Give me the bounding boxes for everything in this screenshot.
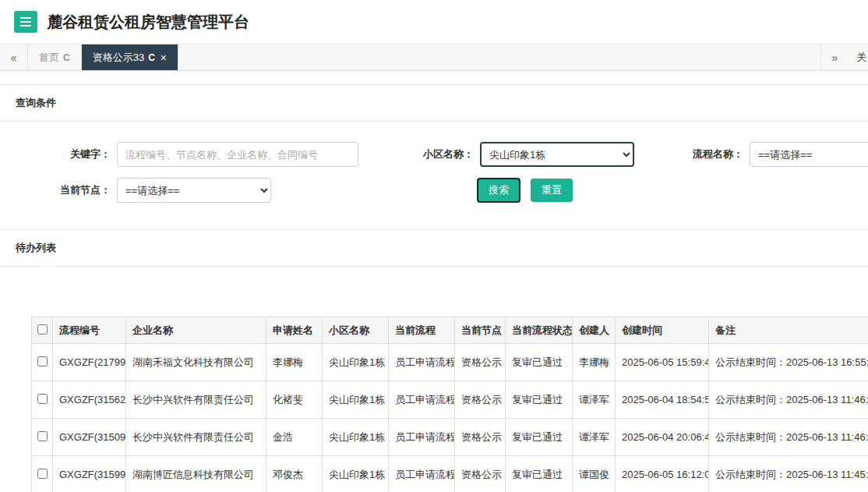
table-row: GXGZF(31509) 长沙中兴软件有限责任公司 金浩 尖山印象1栋 员工申请…: [32, 419, 868, 456]
cell-community: 尖山印象1栋: [323, 344, 389, 381]
refresh-icon[interactable]: C: [63, 52, 70, 63]
cell-flow: 员工申请流程: [389, 419, 455, 456]
cell-created: 2025-06-04 18:54:51: [616, 381, 709, 419]
cell-company: 长沙中兴软件有限责任公司: [126, 419, 266, 456]
cell-company: 长沙中兴软件有限责任公司: [126, 381, 266, 419]
todo-table-wrap: 流程编号 企业名称 申请姓名 小区名称 当前流程 当前节点 当前流程状态 创建人…: [31, 317, 868, 492]
cell-status: 复审已通过: [506, 456, 573, 492]
search-button[interactable]: 搜索: [477, 178, 520, 203]
tab-home-label: 首页: [39, 51, 59, 65]
row-checkbox[interactable]: [37, 469, 48, 479]
cell-applicant: 金浩: [266, 419, 323, 456]
col-header-company: 企业名称: [126, 317, 266, 344]
col-header-remark: 备注: [709, 317, 868, 344]
cell-node: 资格公示: [455, 344, 506, 381]
row-checkbox[interactable]: [37, 431, 48, 441]
cell-process-no: GXGZF(31599): [53, 456, 126, 492]
cell-node: 资格公示: [455, 456, 506, 492]
cell-applicant: 李娜梅: [266, 344, 323, 381]
cell-community: 尖山印象1栋: [323, 381, 389, 419]
cell-remark: 公示结束时间：2025-06-13 11:46:18: [709, 381, 868, 419]
hamburger-menu-icon[interactable]: [14, 11, 37, 33]
query-form: 关键字： 小区名称： 尖山印象1栋 流程名称： ==请选择== 当前节点： ==…: [0, 122, 868, 225]
col-header-creator: 创建人: [573, 317, 616, 344]
node-label: 当前节点：: [33, 183, 111, 197]
tab-home[interactable]: 首页 C: [28, 44, 82, 70]
table-row: GXGZF(21799) 湖南禾福文化科技有限公司 李娜梅 尖山印象1栋 员工申…: [32, 344, 868, 381]
app-header: 麓谷租赁公租房智慧管理平台: [0, 0, 868, 44]
query-panel: 查询条件 关键字： 小区名称： 尖山印象1栋 流程名称： ==请选择== 当前节…: [0, 84, 868, 225]
cell-created: 2025-06-05 16:12:02: [616, 456, 709, 492]
tab-spacer: [178, 44, 820, 70]
page-title: 麓谷租赁公租房智慧管理平台: [47, 12, 249, 33]
cell-status: 复审已通过: [506, 381, 573, 419]
cell-node: 资格公示: [455, 419, 506, 456]
table-header-row: 流程编号 企业名称 申请姓名 小区名称 当前流程 当前节点 当前流程状态 创建人…: [32, 317, 868, 344]
cell-created: 2025-06-05 15:59:40: [616, 344, 709, 381]
cell-creator: 谭泽军: [573, 419, 616, 456]
refresh-icon[interactable]: C: [148, 52, 155, 63]
query-form-row-1: 关键字： 小区名称： 尖山印象1栋 流程名称： ==请选择==: [0, 142, 868, 167]
tabs-scroll-right-icon[interactable]: »: [820, 44, 849, 70]
cell-flow: 员工申请流程: [389, 456, 455, 492]
query-form-row-2: 当前节点： ==请选择== 搜索 重置: [0, 178, 868, 203]
col-header-created: 创建时间: [616, 317, 709, 344]
col-header-node: 当前节点: [455, 317, 506, 344]
cell-process-no: GXGZF(21799): [53, 344, 126, 381]
cell-creator: 李娜梅: [573, 344, 616, 381]
cell-company: 湖南博匠信息科技有限公司: [126, 456, 266, 492]
tab-bar: « 首页 C 资格公示33 C × » 关: [0, 44, 868, 71]
query-section-title: 查询条件: [0, 84, 868, 122]
cell-community: 尖山印象1栋: [323, 419, 389, 456]
todo-table: 流程编号 企业名称 申请姓名 小区名称 当前流程 当前节点 当前流程状态 创建人…: [31, 317, 868, 492]
table-row: GXGZF(31562) 长沙中兴软件有限责任公司 化褚斐 尖山印象1栋 员工申…: [32, 381, 868, 419]
cell-process-no: GXGZF(31562): [53, 381, 126, 419]
cell-node: 资格公示: [455, 381, 506, 419]
cell-company: 湖南禾福文化科技有限公司: [126, 344, 266, 381]
todo-panel: 待办列表 流程编号 企业名称 申请姓名 小区名称 当前流程 当前节点 当前流程状…: [0, 229, 868, 492]
cell-created: 2025-06-04 20:06:41: [616, 419, 709, 456]
col-header-process-no: 流程编号: [53, 317, 126, 344]
row-checkbox[interactable]: [37, 394, 48, 404]
cell-process-no: GXGZF(31509): [53, 419, 126, 456]
cell-status: 复审已通过: [506, 419, 573, 456]
query-actions: 搜索 重置: [477, 178, 573, 203]
tab-qualification-publicity[interactable]: 资格公示33 C ×: [82, 44, 178, 70]
cell-remark: 公示结束时间：2025-06-13 16:55:02: [709, 344, 868, 381]
node-select[interactable]: ==请选择==: [117, 178, 271, 203]
process-label: 流程名称：: [634, 147, 743, 161]
cell-flow: 员工申请流程: [389, 381, 455, 419]
tabs-scroll-left-icon[interactable]: «: [0, 44, 28, 70]
col-header-status: 当前流程状态: [506, 317, 573, 344]
community-select[interactable]: 尖山印象1栋: [480, 142, 634, 167]
keyword-label: 关键字：: [33, 147, 111, 161]
cell-remark: 公示结束时间：2025-06-13 11:45:38: [709, 456, 868, 492]
cell-flow: 员工申请流程: [389, 344, 455, 381]
close-icon[interactable]: ×: [161, 52, 167, 63]
row-checkbox[interactable]: [37, 356, 48, 366]
cell-creator: 谭国俊: [573, 456, 616, 492]
col-header-applicant: 申请姓名: [266, 317, 323, 344]
tab-qualification-label: 资格公示33: [93, 51, 144, 65]
todo-section-title: 待办列表: [0, 229, 868, 267]
cell-status: 复审已通过: [506, 344, 573, 381]
col-header-flow: 当前流程: [389, 317, 455, 344]
table-row: GXGZF(31599) 湖南博匠信息科技有限公司 邓俊杰 尖山印象1栋 员工申…: [32, 456, 868, 492]
cell-creator: 谭泽军: [573, 381, 616, 419]
cell-applicant: 化褚斐: [266, 381, 323, 419]
process-select[interactable]: ==请选择==: [750, 142, 868, 167]
reset-button[interactable]: 重置: [531, 179, 573, 202]
cell-community: 尖山印象1栋: [323, 456, 389, 492]
cell-applicant: 邓俊杰: [266, 456, 323, 492]
col-header-community: 小区名称: [323, 317, 389, 344]
community-label: 小区名称：: [358, 147, 474, 161]
keyword-input[interactable]: [117, 142, 358, 167]
cell-remark: 公示结束时间：2025-06-13 11:46:08: [709, 419, 868, 456]
select-all-checkbox[interactable]: [37, 324, 48, 334]
close-operations-label[interactable]: 关: [849, 44, 868, 70]
